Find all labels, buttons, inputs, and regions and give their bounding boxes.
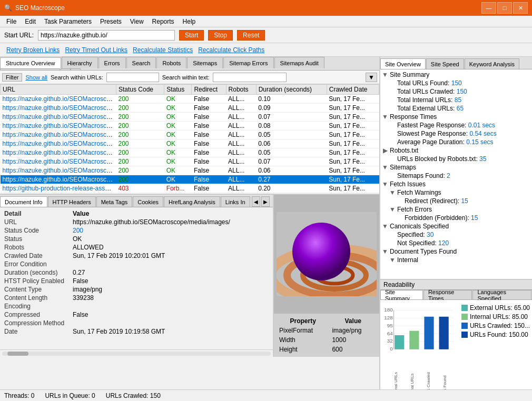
- col-status-code[interactable]: Status Code: [116, 85, 164, 95]
- start-button[interactable]: Start: [179, 30, 204, 41]
- tree-item[interactable]: ▼Sitemaps: [381, 163, 531, 172]
- tab-search[interactable]: Search: [126, 57, 156, 68]
- menu-presets[interactable]: Presets: [96, 17, 126, 26]
- tree-expander-icon[interactable]: ▼: [381, 181, 389, 188]
- stop-button[interactable]: Stop: [208, 30, 233, 41]
- doc-nav-right[interactable]: ▶: [261, 196, 270, 207]
- url-link[interactable]: https://nazuke.github.io/SEOMacroscope/m…: [3, 140, 116, 147]
- tree-item[interactable]: ▼Response Times: [381, 113, 531, 121]
- tree-expander-icon[interactable]: ▼: [389, 189, 396, 196]
- col-duration[interactable]: Duration (seconds): [256, 85, 327, 95]
- img-value: image/png: [330, 326, 376, 335]
- url-link[interactable]: https://nazuke.github.io/SEOMacroscope/m…: [3, 149, 116, 156]
- maximize-button[interactable]: □: [497, 2, 512, 14]
- table-row[interactable]: https://nazuke.github.io/SEOMacroscope/m…: [1, 139, 379, 148]
- search-url-input[interactable]: [106, 73, 159, 82]
- url-link[interactable]: https://nazuke.github.io/SEOMacroscope/d…: [3, 113, 116, 121]
- tree-item[interactable]: ▼Site Summary: [381, 71, 531, 79]
- tree-item[interactable]: ▶Robots.txt: [381, 146, 531, 155]
- tab-errors[interactable]: Errors: [98, 57, 126, 68]
- tree-expander-icon[interactable]: ▼: [389, 256, 396, 264]
- table-row[interactable]: https://github-production-release-asset-…: [1, 184, 379, 193]
- table-row[interactable]: https://nazuke.github.io/SEOMacroscope/m…: [1, 131, 379, 139]
- r-tab-site-summary[interactable]: Site Summary: [380, 290, 423, 299]
- table-row[interactable]: https://nazuke.github.io/SEOMacroscope/m…: [1, 175, 379, 184]
- tab-sitemap-errors[interactable]: Sitemap Errors: [223, 57, 273, 68]
- tree-item[interactable]: ▼Internal: [381, 256, 531, 264]
- tree-expander-icon[interactable]: ▼: [381, 71, 389, 78]
- table-row[interactable]: https://nazuke.github.io/SEOMacroscope/m…: [1, 157, 379, 166]
- table-row[interactable]: https://nazuke.github.io/SEOMacroscope/d…: [1, 113, 379, 122]
- tab-keyword-analysis[interactable]: Keyword Analysis: [465, 58, 519, 69]
- tree-item[interactable]: ▼Canonicals Specified: [381, 222, 531, 230]
- expand-button[interactable]: ▼: [366, 73, 377, 82]
- url-link[interactable]: https://nazuke.github.io/SEOMacroscope/m…: [3, 167, 116, 174]
- url-table-container[interactable]: URL Status Code Status Redirect Robots D…: [0, 84, 379, 194]
- minimize-button[interactable]: —: [481, 2, 496, 14]
- col-status[interactable]: Status: [164, 85, 192, 95]
- tab-hierarchy[interactable]: Hierarchy: [62, 57, 98, 68]
- doc-horizontal-scrollbar[interactable]: [0, 349, 273, 357]
- show-all-link[interactable]: Show all: [25, 74, 47, 81]
- r-tab-languages-specified[interactable]: Languages Specified: [472, 290, 531, 299]
- reset-button[interactable]: Reset: [237, 30, 265, 41]
- url-link[interactable]: https://nazuke.github.io/SEOMacroscope/m…: [3, 176, 116, 183]
- tree-expander-icon[interactable]: ▼: [389, 206, 396, 213]
- tab-site-overview[interactable]: Site Overview: [380, 58, 426, 69]
- recalculate-click-paths[interactable]: Recalculate Click Paths: [196, 46, 267, 54]
- tree-item[interactable]: ▼Fetch Errors: [381, 205, 531, 214]
- doc-tab-links-in[interactable]: Links In: [221, 196, 250, 207]
- tree-expander-icon[interactable]: ▼: [381, 113, 389, 121]
- doc-tab-hreflang[interactable]: HrefLang Analysis: [164, 196, 220, 207]
- tab-sitemaps[interactable]: Sitemaps: [187, 57, 223, 68]
- retry-broken-links[interactable]: Retry Broken Links: [4, 46, 62, 54]
- doc-nav-left[interactable]: ◀: [252, 196, 260, 207]
- url-link[interactable]: https://nazuke.github.io/SEOMacroscope/m…: [3, 131, 116, 138]
- table-row[interactable]: https://nazuke.github.io/SEOMacroscope/m…: [1, 122, 379, 131]
- url-link[interactable]: https://github-production-release-asset-…: [3, 185, 116, 192]
- url-link[interactable]: https://nazuke.github.io/SEOMacroscope/m…: [3, 104, 116, 112]
- site-tree-content[interactable]: ▼Site SummaryTotal URLs Found: 150Total …: [380, 69, 532, 279]
- menu-task-parameters[interactable]: Task Parameters: [40, 17, 96, 26]
- doc-tab-cookies[interactable]: Cookies: [133, 196, 163, 207]
- url-input[interactable]: [38, 30, 175, 41]
- tab-site-speed[interactable]: Site Speed: [426, 58, 464, 69]
- menu-help[interactable]: Help: [179, 17, 200, 26]
- col-redirect[interactable]: Redirect: [192, 85, 226, 95]
- tree-expander-icon[interactable]: ▼: [381, 248, 389, 255]
- url-link[interactable]: https://nazuke.github.io/SEOMacroscope/m…: [3, 158, 116, 165]
- filter-button[interactable]: Filter: [2, 73, 22, 82]
- tree-item[interactable]: ▼Fetch Warnings: [381, 188, 531, 197]
- table-row[interactable]: https://nazuke.github.io/SEOMacroscope/d…: [1, 95, 379, 104]
- tab-sitemaps-audit[interactable]: Sitemaps Audit: [274, 57, 324, 68]
- tree-expander-icon[interactable]: ▼: [381, 164, 389, 171]
- recalculate-statistics[interactable]: Recalculate Statistics: [131, 46, 195, 54]
- menu-view[interactable]: View: [126, 17, 148, 26]
- url-link[interactable]: https://nazuke.github.io/SEOMacroscope/d…: [3, 95, 116, 103]
- table-row[interactable]: https://nazuke.github.io/SEOMacroscope/m…: [1, 148, 379, 157]
- legend-item: Internal URLs: 85.00: [461, 313, 530, 320]
- table-row[interactable]: https://nazuke.github.io/SEOMacroscope/m…: [1, 104, 379, 113]
- tab-robots[interactable]: Robots: [156, 57, 186, 68]
- doc-content[interactable]: DetailValueURLhttps://nazuke.github.io/S…: [0, 207, 273, 349]
- tree-item[interactable]: ▼Fetch Issues: [381, 180, 531, 188]
- tree-expander-icon[interactable]: ▼: [381, 223, 389, 230]
- tree-expander-icon[interactable]: ▶: [381, 147, 389, 154]
- close-button[interactable]: ✕: [513, 2, 528, 14]
- search-text-input[interactable]: [213, 73, 287, 82]
- col-crawled[interactable]: Crawled Date: [327, 85, 379, 95]
- tree-item[interactable]: ▼Document Types Found: [381, 247, 531, 256]
- doc-tab-document-info[interactable]: Document Info: [0, 196, 47, 207]
- retry-timed-out-links[interactable]: Retry Timed Out Links: [63, 46, 130, 54]
- menu-edit[interactable]: Edit: [21, 17, 40, 26]
- table-row[interactable]: https://nazuke.github.io/SEOMacroscope/m…: [1, 166, 379, 175]
- col-robots[interactable]: Robots: [226, 85, 256, 95]
- doc-tab-meta-tags[interactable]: Meta Tags: [96, 196, 133, 207]
- col-url[interactable]: URL: [1, 85, 116, 95]
- menu-reports[interactable]: Reports: [148, 17, 179, 26]
- doc-tab-http-headers[interactable]: HTTP Headers: [48, 196, 96, 207]
- menu-file[interactable]: File: [2, 17, 21, 26]
- url-link[interactable]: https://nazuke.github.io/SEOMacroscope/m…: [3, 122, 116, 129]
- tab-structure-overview[interactable]: Structure Overview: [0, 57, 61, 69]
- r-tab-response-times[interactable]: Response Times: [423, 290, 472, 299]
